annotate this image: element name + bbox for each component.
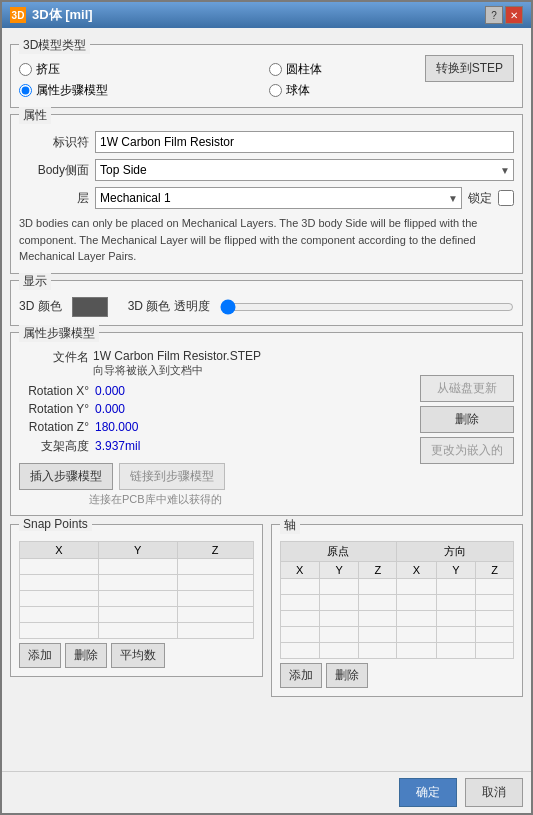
layer-wrapper: Mechanical 1 Mechanical 2 Mechanical 3 ▼ — [95, 187, 462, 209]
snap-col-z: Z — [177, 541, 253, 558]
extrude-option[interactable]: 挤压 — [19, 61, 265, 78]
connect-text: 连接在PCB库中难以获得的 — [19, 492, 412, 507]
bottom-section: Snap Points X Y Z — [10, 524, 523, 697]
identifier-input[interactable] — [95, 131, 514, 153]
axis-btn-row: 添加 删除 — [280, 663, 515, 688]
axis-row-1 — [280, 578, 514, 594]
axis-title: 轴 — [280, 517, 300, 534]
step-model-title: 属性步骤模型 — [19, 325, 99, 342]
attr-section: 属性 标识符 Body侧面 Top Side Bottom Side ▼ 层 — [10, 114, 523, 274]
identifier-label: 标识符 — [19, 134, 89, 151]
display-title: 显示 — [19, 273, 51, 290]
step-model-section: 属性步骤模型 文件名 1W Carbon Film Resistor.STEP … — [10, 332, 523, 516]
insert-step-button[interactable]: 插入步骤模型 — [19, 463, 113, 490]
step-action-buttons: 从磁盘更新 删除 更改为嵌入的 — [420, 345, 514, 507]
axis-section: 轴 原点 方向 X Y Z X Y — [271, 524, 524, 697]
step-option[interactable]: 属性步骤模型 — [19, 82, 265, 99]
sphere-label: 球体 — [286, 82, 310, 99]
file-name-label: 文件名 — [19, 349, 89, 366]
snap-btn-row: 添加 删除 平均数 — [19, 643, 254, 668]
extrude-label: 挤压 — [36, 61, 60, 78]
snap-row-3 — [20, 590, 254, 606]
snap-col-x: X — [20, 541, 99, 558]
axis-row-2 — [280, 594, 514, 610]
lock-checkbox[interactable] — [498, 190, 514, 206]
rotation-z-value: 180.000 — [95, 420, 175, 434]
trans-label: 3D 颜色 透明度 — [128, 298, 210, 315]
trans-slider[interactable] — [220, 299, 514, 315]
body-side-wrapper: Top Side Bottom Side ▼ — [95, 159, 514, 181]
stand-height-row: 支架高度 3.937mil — [19, 438, 412, 455]
rotation-x-row: Rotation X° 0.000 — [19, 384, 412, 398]
change-embedded-button[interactable]: 更改为嵌入的 — [420, 437, 514, 464]
axis-add-button[interactable]: 添加 — [280, 663, 322, 688]
from-disk-button[interactable]: 从磁盘更新 — [420, 375, 514, 402]
axis-y1: Y — [319, 561, 358, 578]
snap-row-5 — [20, 622, 254, 638]
footer: 确定 取消 — [2, 771, 531, 813]
title-bar: 3D 3D体 [mil] ? ✕ — [2, 2, 531, 28]
body-side-label: Body侧面 — [19, 162, 89, 179]
link-step-button[interactable]: 链接到步骤模型 — [119, 463, 225, 490]
embedded-text: 向导将被嵌入到文档中 — [93, 363, 412, 378]
convert-to-step-button[interactable]: 转换到STEP — [425, 55, 514, 82]
app-icon: 3D — [10, 7, 26, 23]
snap-row-4 — [20, 606, 254, 622]
layer-row: Mechanical 1 Mechanical 2 Mechanical 3 ▼… — [95, 187, 514, 209]
trans-slider-container — [220, 299, 514, 315]
window-controls: ? ✕ — [485, 6, 523, 24]
model-type-title: 3D模型类型 — [19, 37, 90, 54]
stand-height-label: 支架高度 — [19, 438, 89, 455]
sphere-option[interactable]: 球体 — [269, 82, 515, 99]
display-row: 3D 颜色 3D 颜色 透明度 — [19, 297, 514, 317]
snap-delete-button[interactable]: 删除 — [65, 643, 107, 668]
window-title: 3D体 [mil] — [32, 6, 93, 24]
snap-section: Snap Points X Y Z — [10, 524, 263, 697]
rotation-y-row: Rotation Y° 0.000 — [19, 402, 412, 416]
attr-title: 属性 — [19, 107, 51, 124]
delete-step-button[interactable]: 删除 — [420, 406, 514, 433]
lock-label: 锁定 — [468, 190, 492, 207]
model-type-section: 3D模型类型 挤压 圆柱体 属性步骤模型 球体 — [10, 44, 523, 108]
rotation-x-value: 0.000 — [95, 384, 175, 398]
close-button[interactable]: ✕ — [505, 6, 523, 24]
layer-label: 层 — [19, 190, 89, 207]
snap-title: Snap Points — [19, 517, 92, 531]
ok-button[interactable]: 确定 — [399, 778, 457, 807]
file-name-value: 1W Carbon Film Resistor.STEP — [93, 349, 412, 363]
layer-info-text: 3D bodies can only be placed on Mechanic… — [19, 215, 514, 265]
cylinder-label: 圆柱体 — [286, 61, 322, 78]
axis-direction-header: 方向 — [397, 541, 514, 561]
body-side-select[interactable]: Top Side Bottom Side — [95, 159, 514, 181]
cancel-button[interactable]: 取消 — [465, 778, 523, 807]
axis-row-3 — [280, 610, 514, 626]
rotation-y-value: 0.000 — [95, 402, 175, 416]
snap-row-1 — [20, 558, 254, 574]
axis-row-5 — [280, 642, 514, 658]
rotation-z-row: Rotation Z° 180.000 — [19, 420, 412, 434]
axis-row-4 — [280, 626, 514, 642]
layer-select[interactable]: Mechanical 1 Mechanical 2 Mechanical 3 — [95, 187, 462, 209]
snap-average-button[interactable]: 平均数 — [111, 643, 165, 668]
main-window: 3D 3D体 [mil] ? ✕ 3D模型类型 挤压 圆柱体 — [0, 0, 533, 815]
stand-height-value: 3.937mil — [95, 439, 175, 453]
axis-y2: Y — [436, 561, 475, 578]
step-label: 属性步骤模型 — [36, 82, 108, 99]
snap-table: X Y Z — [19, 541, 254, 639]
axis-table: 原点 方向 X Y Z X Y Z — [280, 541, 515, 659]
color-swatch[interactable] — [72, 297, 108, 317]
axis-delete-button[interactable]: 删除 — [326, 663, 368, 688]
help-button[interactable]: ? — [485, 6, 503, 24]
insert-row: 插入步骤模型 链接到步骤模型 — [19, 463, 412, 490]
step-left: 文件名 1W Carbon Film Resistor.STEP 向导将被嵌入到… — [19, 345, 412, 507]
rotation-y-label: Rotation Y° — [19, 402, 89, 416]
snap-add-button[interactable]: 添加 — [19, 643, 61, 668]
axis-z2: Z — [476, 561, 514, 578]
display-section: 显示 3D 颜色 3D 颜色 透明度 — [10, 280, 523, 326]
axis-z1: Z — [359, 561, 397, 578]
rotation-z-label: Rotation Z° — [19, 420, 89, 434]
step-right-area: 文件名 1W Carbon Film Resistor.STEP 向导将被嵌入到… — [19, 345, 514, 507]
color-label: 3D 颜色 — [19, 298, 62, 315]
axis-x1: X — [280, 561, 319, 578]
dialog-content: 3D模型类型 挤压 圆柱体 属性步骤模型 球体 — [2, 28, 531, 771]
